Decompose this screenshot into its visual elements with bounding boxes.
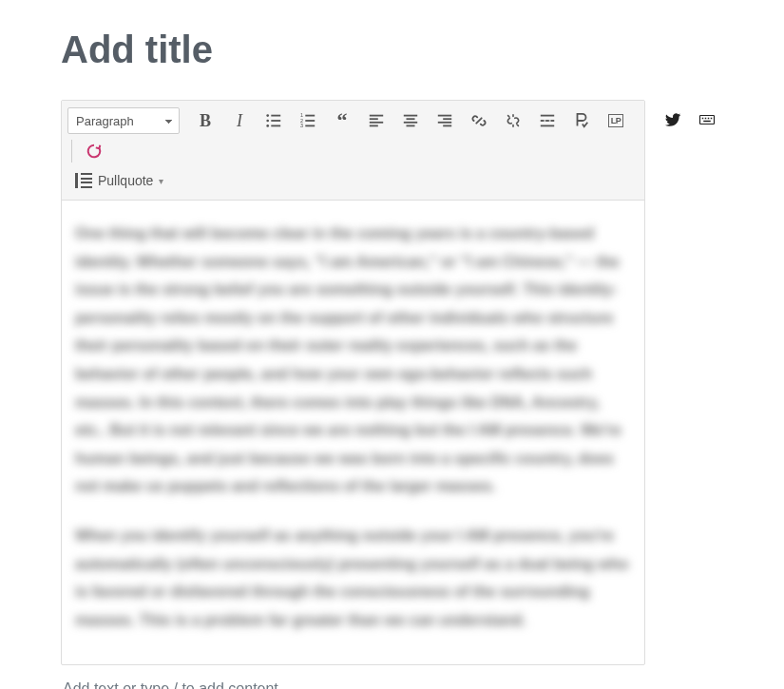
svg-rect-1 <box>271 115 280 117</box>
svg-rect-29 <box>541 125 554 127</box>
pullquote-button[interactable]: Pullquote ▾ <box>67 169 171 192</box>
svg-point-2 <box>266 120 269 123</box>
svg-rect-15 <box>370 125 378 127</box>
editor-content[interactable]: One thing that will become clear in the … <box>62 201 644 664</box>
svg-rect-34 <box>711 118 713 120</box>
svg-rect-19 <box>407 125 415 127</box>
spellcheck-button[interactable] <box>565 106 598 135</box>
svg-rect-7 <box>305 115 315 117</box>
svg-point-0 <box>266 114 269 117</box>
blockquote-button[interactable]: “ <box>326 106 358 135</box>
chevron-down-icon: ▾ <box>159 176 163 186</box>
svg-rect-14 <box>370 122 383 124</box>
svg-rect-24 <box>541 115 554 117</box>
svg-rect-22 <box>438 122 451 124</box>
post-title-input[interactable] <box>61 29 723 71</box>
keyboard-icon[interactable] <box>691 105 723 134</box>
classic-editor-block: Paragraph B I 123 “ <box>61 100 645 665</box>
svg-rect-17 <box>407 118 415 120</box>
svg-rect-26 <box>541 120 545 122</box>
svg-rect-35 <box>703 121 711 123</box>
svg-rect-16 <box>404 115 417 117</box>
svg-rect-27 <box>545 120 549 122</box>
svg-rect-23 <box>443 125 451 127</box>
svg-rect-18 <box>404 122 417 124</box>
align-center-button[interactable] <box>394 106 427 135</box>
svg-rect-30 <box>700 116 715 124</box>
svg-rect-12 <box>370 115 383 117</box>
align-right-button[interactable] <box>429 106 461 135</box>
numbered-list-button[interactable]: 123 <box>292 106 324 135</box>
svg-rect-20 <box>438 115 451 117</box>
svg-rect-28 <box>551 120 555 122</box>
align-left-button[interactable] <box>360 106 392 135</box>
svg-rect-33 <box>708 118 710 120</box>
lp-button[interactable]: LP <box>600 106 632 135</box>
svg-rect-13 <box>370 118 378 120</box>
paragraph-format-select[interactable]: Paragraph <box>67 107 180 134</box>
body-paragraph[interactable]: One thing that will become clear in the … <box>75 220 631 501</box>
pullquote-icon <box>75 173 92 188</box>
svg-rect-9 <box>305 120 315 122</box>
refresh-icon[interactable] <box>78 137 110 165</box>
svg-rect-5 <box>271 125 280 127</box>
bulleted-list-button[interactable] <box>258 106 290 135</box>
svg-text:3: 3 <box>300 123 303 128</box>
add-block-prompt[interactable]: Add text or type / to add content <box>61 665 723 689</box>
toolbar-divider <box>71 140 72 163</box>
svg-point-4 <box>266 124 269 127</box>
unlink-button[interactable] <box>497 106 529 135</box>
editor-toolbar: Paragraph B I 123 “ <box>62 101 644 201</box>
italic-button[interactable]: I <box>223 106 256 135</box>
pullquote-label: Pullquote <box>98 173 153 188</box>
insert-link-button[interactable] <box>463 106 495 135</box>
bold-button[interactable]: B <box>189 106 221 135</box>
body-paragraph[interactable]: When you identify yourself as anything o… <box>75 522 631 634</box>
svg-rect-32 <box>705 118 707 120</box>
svg-rect-21 <box>443 118 451 120</box>
svg-rect-3 <box>271 120 280 122</box>
insert-more-button[interactable] <box>531 106 564 135</box>
twitter-icon[interactable] <box>657 105 689 134</box>
svg-rect-11 <box>305 125 315 127</box>
block-side-tools <box>657 100 723 134</box>
svg-rect-31 <box>702 118 704 120</box>
